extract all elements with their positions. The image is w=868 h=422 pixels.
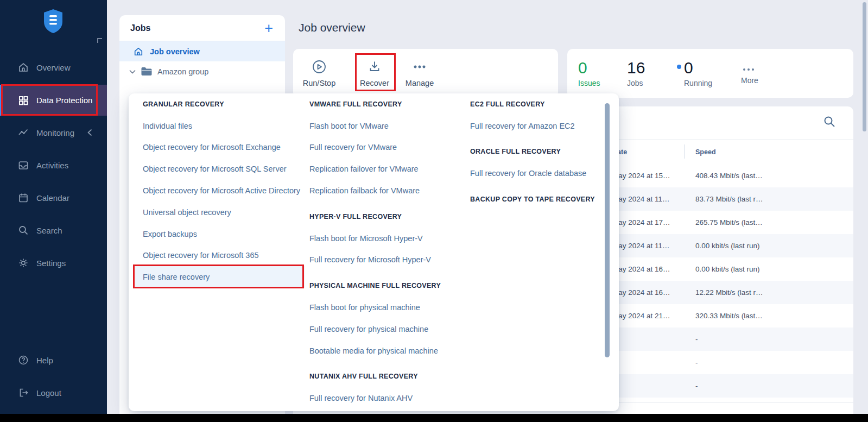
recover-menu-section-header: ORACLE FULL RECOVERY [470,141,612,163]
jobs-count: 16 [627,59,645,77]
search-icon[interactable] [823,115,836,128]
sidebar-item-label: Calendar [36,193,69,203]
recover-menu-section-header: HYPER-V FULL RECOVERY [309,206,468,228]
recover-menu-item[interactable]: Universal object recovery [143,201,307,223]
recover-menu-item[interactable]: Full recovery for physical machine [309,318,468,340]
column-divider [684,144,685,159]
sidebar-item-calendar[interactable]: Calendar [0,185,107,211]
recover-menu-item[interactable]: Full recovery for VMware [309,137,468,159]
ellipsis-icon [741,62,757,74]
jobs-tree-item-label: Job overview [150,47,200,56]
cell-speed: 0.00 kbit/s (last run) [695,242,760,250]
recover-menu-item[interactable]: Flash boot for VMware [309,115,468,137]
jobs-tree-item-amazon-group[interactable]: Amazon group [119,61,285,81]
recover-menu-item[interactable]: Replication failover for VMware [309,158,468,180]
cell-date: May 2024 at 17… [612,218,670,226]
sidebar-item-label: Logout [36,388,61,398]
sidebar-item-label: Search [36,226,62,235]
monitoring-icon [18,127,29,138]
recover-menu-item[interactable]: Full recovery for Microsoft Hyper-V [309,249,468,271]
cell-speed: 0.00 kbit/s (last run) [695,265,760,273]
ellipsis-icon [411,60,428,74]
recover-menu-item[interactable]: Flash boot for Microsoft Hyper-V [309,228,468,249]
jobs-tree-item-label: Amazon group [157,67,208,76]
recover-menu-item[interactable]: Full recovery for Nutanix AHV [309,387,468,409]
recover-menu-section-header: NUTANIX AHV FULL RECOVERY [309,366,468,388]
running-status-dot [677,65,681,69]
recover-menu-section-header: BACKUP COPY TO TAPE RECOVERY [470,188,612,210]
chevron-left-icon[interactable] [87,129,92,136]
cell-date: May 2024 at 21… [612,312,670,320]
cell-speed: 12.22 Mbit/s (last r… [695,288,763,297]
more-label: More [741,76,758,85]
recover-menu-item[interactable]: Object recovery for Microsoft SQL Server [143,158,307,180]
recover-menu-section-header: EC2 FULL RECOVERY [470,93,612,115]
inbox-icon [18,160,29,171]
recover-menu-column-virtual: VMWARE FULL RECOVERYFlash boot for VMwar… [309,93,468,409]
run-stop-label: Run/Stop [303,79,335,87]
window-bottom-edge [0,414,868,422]
running-count: 0 [684,59,693,77]
recover-menu-item[interactable]: Bootable media for physical machine [309,340,468,362]
recover-menu-item[interactable]: Export backups [143,223,307,245]
stat-jobs[interactable]: 16 Jobs [627,49,645,98]
sidebar-item-search[interactable]: Search [0,217,107,243]
cell-speed: 265.75 Mbit/s (last… [695,218,763,226]
stat-more[interactable]: More [741,49,758,98]
sidebar-item-label: Help [36,356,53,365]
cell-date: May 2024 at 16… [612,288,670,297]
sidebar-item-label: Overview [36,63,71,72]
chevron-down-icon[interactable] [129,70,136,74]
recover-menu-item[interactable]: Flash boot for physical machine [309,297,468,318]
play-circle-icon [312,60,326,74]
recover-menu-item[interactable]: Individual files [143,115,307,137]
recover-menu-item[interactable]: Object recovery for Microsoft Exchange [143,137,307,159]
issues-count: 0 [578,59,600,77]
jobs-tree-item-job-overview[interactable]: Job overview [119,41,285,61]
dropdown-scrollbar-thumb[interactable] [605,103,610,357]
recover-menu-column-cloud: EC2 FULL RECOVERYFull recovery for Amazo… [470,93,612,210]
run-stop-button[interactable]: Run/Stop [293,49,345,98]
page-title: Job overview [299,21,365,34]
sidebar-item-label: Settings [36,259,66,268]
cell-speed: - [695,335,698,343]
page-scrollbar-thumb[interactable] [863,2,866,131]
cell-speed: - [695,358,698,367]
recover-menu-item[interactable]: Full recovery for Amazon EC2 [470,115,612,137]
home-icon [18,62,29,73]
recover-menu-section-header: VMWARE FULL RECOVERY [309,93,468,115]
cell-date: May 2024 at 16… [612,265,670,273]
folder-icon [141,67,153,76]
recover-menu-item[interactable]: Object recovery for Microsoft Active Dir… [143,180,307,201]
cell-date: May 2024 at 11… [612,242,670,250]
sidebar-collapse-icon[interactable] [97,38,102,43]
sidebar-item-logout[interactable]: Logout [0,380,107,406]
sidebar: Overview Data Protection Monitoring [0,0,107,414]
cell-date: May 2024 at 11… [612,195,670,203]
manage-button[interactable]: Manage [394,49,446,98]
add-job-button[interactable]: + [264,23,273,34]
search-icon [18,225,29,236]
recover-menu-item[interactable]: Object recovery for Microsoft 365 [143,245,307,267]
stat-running[interactable]: 0 Running [684,49,712,98]
help-icon [18,355,29,366]
cell-speed: 83.73 Mbit/s (last r… [695,195,763,203]
app-window: Overview Data Protection Monitoring [0,0,868,422]
column-header-speed[interactable]: Speed [695,148,716,156]
sidebar-item-label: Activities [36,161,68,170]
recover-dropdown-menu: GRANULAR RECOVERYIndividual filesObject … [129,93,619,411]
sidebar-item-help[interactable]: Help [0,347,107,373]
recover-menu-item[interactable]: Full recovery for Oracle database [470,162,612,184]
sidebar-item-overview[interactable]: Overview [0,54,107,80]
sidebar-item-settings[interactable]: Settings [0,250,107,276]
sidebar-item-activities[interactable]: Activities [0,152,107,178]
sidebar-item-monitoring[interactable]: Monitoring [0,119,107,146]
cell-speed: - [695,382,698,390]
logout-icon [18,387,29,398]
stat-issues[interactable]: 0 Issues [578,49,600,98]
manage-label: Manage [406,79,434,87]
recover-menu-section-header: GRANULAR RECOVERY [143,93,307,115]
recover-menu-item[interactable]: Replication failback for VMware [309,180,468,201]
shield-logo-icon [42,9,64,34]
cell-speed: 408.43 Mbit/s (last… [695,172,763,180]
